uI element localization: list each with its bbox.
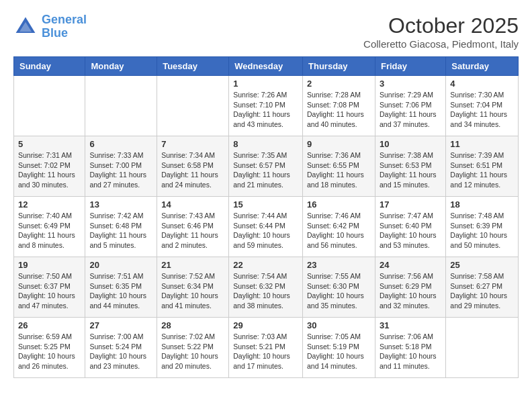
day-number: 8 [233,139,298,149]
day-number: 24 [380,260,441,270]
day-info: Sunrise: 7:50 AM Sunset: 6:37 PM Dayligh… [18,271,81,311]
week-row-5: 26Sunrise: 6:59 AM Sunset: 5:25 PM Dayli… [14,318,519,378]
day-info: Sunrise: 7:36 AM Sunset: 6:55 PM Dayligh… [307,150,371,190]
day-number: 4 [450,79,514,89]
calendar-cell: 8Sunrise: 7:35 AM Sunset: 6:57 PM Daylig… [229,136,303,197]
calendar-cell: 14Sunrise: 7:43 AM Sunset: 6:46 PM Dayli… [157,197,229,257]
weekday-header-friday: Friday [375,57,445,76]
calendar-title: October 2025 [363,13,519,38]
calendar-cell: 20Sunrise: 7:51 AM Sunset: 6:35 PM Dayli… [85,257,157,318]
weekday-header-monday: Monday [85,57,157,76]
weekday-header-tuesday: Tuesday [157,57,229,76]
calendar-cell: 27Sunrise: 7:00 AM Sunset: 5:24 PM Dayli… [85,318,157,378]
logo-line2: Blue [42,26,68,40]
day-number: 11 [450,139,514,149]
day-number: 23 [307,260,371,270]
day-info: Sunrise: 7:47 AM Sunset: 6:40 PM Dayligh… [380,211,441,250]
calendar-cell: 22Sunrise: 7:54 AM Sunset: 6:32 PM Dayli… [229,257,303,318]
day-info: Sunrise: 7:05 AM Sunset: 5:19 PM Dayligh… [307,332,371,371]
day-number: 15 [233,199,298,210]
weekday-header-wednesday: Wednesday [229,57,303,76]
day-info: Sunrise: 7:42 AM Sunset: 6:48 PM Dayligh… [89,211,152,250]
day-number: 9 [307,139,371,149]
day-info: Sunrise: 6:59 AM Sunset: 5:25 PM Dayligh… [18,332,81,371]
calendar-cell: 26Sunrise: 6:59 AM Sunset: 5:25 PM Dayli… [14,318,85,378]
logo-line1: General [42,13,87,26]
weekday-header-sunday: Sunday [14,57,85,76]
day-info: Sunrise: 7:29 AM Sunset: 7:06 PM Dayligh… [380,90,441,130]
day-info: Sunrise: 7:34 AM Sunset: 6:58 PM Dayligh… [161,150,224,190]
day-info: Sunrise: 7:33 AM Sunset: 7:00 PM Dayligh… [89,150,152,190]
calendar-cell: 10Sunrise: 7:38 AM Sunset: 6:53 PM Dayli… [375,136,445,197]
day-number: 14 [161,199,224,210]
day-info: Sunrise: 7:26 AM Sunset: 7:10 PM Dayligh… [233,90,298,130]
day-info: Sunrise: 7:02 AM Sunset: 5:22 PM Dayligh… [161,332,224,371]
day-number: 27 [89,320,152,330]
day-number: 1 [233,79,298,89]
day-number: 28 [161,320,224,330]
calendar-cell: 24Sunrise: 7:56 AM Sunset: 6:29 PM Dayli… [375,257,445,318]
day-number: 31 [380,320,441,330]
calendar-cell [157,76,229,136]
day-info: Sunrise: 7:00 AM Sunset: 5:24 PM Dayligh… [89,332,152,371]
calendar-cell: 28Sunrise: 7:02 AM Sunset: 5:22 PM Dayli… [157,318,229,378]
calendar-cell: 19Sunrise: 7:50 AM Sunset: 6:37 PM Dayli… [14,257,85,318]
calendar-cell [85,76,157,136]
week-row-3: 12Sunrise: 7:40 AM Sunset: 6:49 PM Dayli… [14,197,519,257]
calendar-cell: 2Sunrise: 7:28 AM Sunset: 7:08 PM Daylig… [303,76,375,136]
day-number: 18 [450,199,514,210]
logo-icon [13,15,38,39]
calendar-cell [14,76,85,136]
logo: General Blue [13,13,87,40]
day-number: 10 [380,139,441,149]
calendar-cell: 12Sunrise: 7:40 AM Sunset: 6:49 PM Dayli… [14,197,85,257]
calendar-table: SundayMondayTuesdayWednesdayThursdayFrid… [13,56,519,378]
day-number: 29 [233,320,298,330]
day-number: 26 [18,320,81,330]
day-info: Sunrise: 7:30 AM Sunset: 7:04 PM Dayligh… [450,90,514,130]
day-number: 30 [307,320,371,330]
day-info: Sunrise: 7:54 AM Sunset: 6:32 PM Dayligh… [233,271,298,311]
day-number: 13 [89,199,152,210]
day-number: 7 [161,139,224,149]
day-info: Sunrise: 7:52 AM Sunset: 6:34 PM Dayligh… [161,271,224,311]
calendar-cell: 17Sunrise: 7:47 AM Sunset: 6:40 PM Dayli… [375,197,445,257]
day-number: 3 [380,79,441,89]
day-number: 22 [233,260,298,270]
calendar-cell: 11Sunrise: 7:39 AM Sunset: 6:51 PM Dayli… [446,136,519,197]
calendar-cell: 1Sunrise: 7:26 AM Sunset: 7:10 PM Daylig… [229,76,303,136]
day-info: Sunrise: 7:55 AM Sunset: 6:30 PM Dayligh… [307,271,371,311]
day-info: Sunrise: 7:38 AM Sunset: 6:53 PM Dayligh… [380,150,441,190]
calendar-cell [446,318,519,378]
calendar-cell: 29Sunrise: 7:03 AM Sunset: 5:21 PM Dayli… [229,318,303,378]
day-info: Sunrise: 7:51 AM Sunset: 6:35 PM Dayligh… [89,271,152,311]
calendar-cell: 6Sunrise: 7:33 AM Sunset: 7:00 PM Daylig… [85,136,157,197]
day-info: Sunrise: 7:40 AM Sunset: 6:49 PM Dayligh… [18,211,81,250]
day-number: 5 [18,139,81,149]
day-number: 25 [450,260,514,270]
day-number: 19 [18,260,81,270]
calendar-cell: 21Sunrise: 7:52 AM Sunset: 6:34 PM Dayli… [157,257,229,318]
title-block: October 2025 Colleretto Giacosa, Piedmon… [363,13,519,50]
day-info: Sunrise: 7:58 AM Sunset: 6:27 PM Dayligh… [450,271,514,311]
calendar-cell: 7Sunrise: 7:34 AM Sunset: 6:58 PM Daylig… [157,136,229,197]
logo-text: General Blue [42,13,87,40]
calendar-cell: 30Sunrise: 7:05 AM Sunset: 5:19 PM Dayli… [303,318,375,378]
day-info: Sunrise: 7:28 AM Sunset: 7:08 PM Dayligh… [307,90,371,130]
calendar-cell: 18Sunrise: 7:48 AM Sunset: 6:39 PM Dayli… [446,197,519,257]
day-info: Sunrise: 7:56 AM Sunset: 6:29 PM Dayligh… [380,271,441,311]
day-info: Sunrise: 7:39 AM Sunset: 6:51 PM Dayligh… [450,150,514,190]
day-number: 21 [161,260,224,270]
day-info: Sunrise: 7:06 AM Sunset: 5:18 PM Dayligh… [380,332,441,371]
week-row-4: 19Sunrise: 7:50 AM Sunset: 6:37 PM Dayli… [14,257,519,318]
day-number: 2 [307,79,371,89]
calendar-cell: 23Sunrise: 7:55 AM Sunset: 6:30 PM Dayli… [303,257,375,318]
calendar-cell: 9Sunrise: 7:36 AM Sunset: 6:55 PM Daylig… [303,136,375,197]
week-row-2: 5Sunrise: 7:31 AM Sunset: 7:02 PM Daylig… [14,136,519,197]
calendar-cell: 31Sunrise: 7:06 AM Sunset: 5:18 PM Dayli… [375,318,445,378]
week-row-1: 1Sunrise: 7:26 AM Sunset: 7:10 PM Daylig… [14,76,519,136]
calendar-cell: 4Sunrise: 7:30 AM Sunset: 7:04 PM Daylig… [446,76,519,136]
day-number: 6 [89,139,152,149]
page-header: General Blue October 2025 Colleretto Gia… [13,13,519,50]
calendar-subtitle: Colleretto Giacosa, Piedmont, Italy [363,38,519,50]
